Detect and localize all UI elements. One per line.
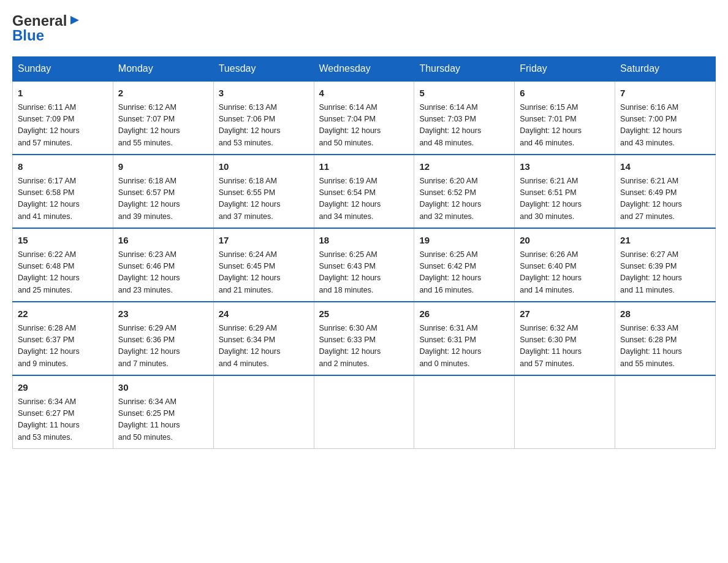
day-info: Sunrise: 6:11 AMSunset: 7:09 PMDaylight:… [18,102,108,150]
day-info: Sunrise: 6:34 AMSunset: 6:25 PMDaylight:… [118,396,208,444]
day-info: Sunrise: 6:18 AMSunset: 6:57 PMDaylight:… [118,175,208,223]
day-info: Sunrise: 6:15 AMSunset: 7:01 PMDaylight:… [520,102,610,150]
header-thursday: Thursday [414,57,515,82]
day-number: 15 [18,234,108,248]
calendar-cell: 20Sunrise: 6:26 AMSunset: 6:40 PMDayligh… [515,228,615,302]
day-number: 10 [219,160,309,174]
day-number: 26 [419,307,509,321]
calendar-cell [213,375,314,449]
day-number: 27 [520,307,610,321]
day-info: Sunrise: 6:13 AMSunset: 7:06 PMDaylight:… [219,102,309,150]
calendar-cell: 2Sunrise: 6:12 AMSunset: 7:07 PMDaylight… [113,81,213,155]
week-row-4: 22Sunrise: 6:28 AMSunset: 6:37 PMDayligh… [13,302,716,375]
calendar-cell: 23Sunrise: 6:29 AMSunset: 6:36 PMDayligh… [113,302,213,375]
calendar-cell: 21Sunrise: 6:27 AMSunset: 6:39 PMDayligh… [615,228,716,302]
calendar-cell: 4Sunrise: 6:14 AMSunset: 7:04 PMDaylight… [314,81,414,155]
calendar-cell: 8Sunrise: 6:17 AMSunset: 6:58 PMDaylight… [13,155,113,228]
logo: General Blue [12,12,82,44]
calendar-cell: 10Sunrise: 6:18 AMSunset: 6:55 PMDayligh… [213,155,314,228]
day-info: Sunrise: 6:34 AMSunset: 6:27 PMDaylight:… [18,396,108,444]
calendar-table: SundayMondayTuesdayWednesdayThursdayFrid… [12,56,716,449]
calendar-cell: 13Sunrise: 6:21 AMSunset: 6:51 PMDayligh… [515,155,615,228]
day-number: 23 [118,307,208,321]
logo-arrow-icon [68,13,82,27]
logo-blue-text: Blue [12,27,44,44]
svg-marker-0 [70,16,79,25]
calendar-cell: 11Sunrise: 6:19 AMSunset: 6:54 PMDayligh… [314,155,414,228]
day-number: 24 [219,307,309,321]
day-info: Sunrise: 6:24 AMSunset: 6:45 PMDaylight:… [219,249,309,297]
calendar-cell: 25Sunrise: 6:30 AMSunset: 6:33 PMDayligh… [314,302,414,375]
calendar-cell: 22Sunrise: 6:28 AMSunset: 6:37 PMDayligh… [13,302,113,375]
day-number: 12 [419,160,509,174]
calendar-cell [615,375,716,449]
header-saturday: Saturday [615,57,716,82]
day-number: 17 [219,234,309,248]
day-info: Sunrise: 6:26 AMSunset: 6:40 PMDaylight:… [520,249,610,297]
calendar-cell: 15Sunrise: 6:22 AMSunset: 6:48 PMDayligh… [13,228,113,302]
day-number: 4 [319,86,409,101]
day-number: 25 [319,307,409,321]
header-wednesday: Wednesday [314,57,414,82]
day-number: 19 [419,234,509,248]
calendar-cell: 14Sunrise: 6:21 AMSunset: 6:49 PMDayligh… [615,155,716,228]
day-number: 5 [419,86,509,101]
day-number: 18 [319,234,409,248]
day-number: 13 [520,160,610,174]
header-monday: Monday [113,57,213,82]
day-number: 28 [620,307,710,321]
day-info: Sunrise: 6:20 AMSunset: 6:52 PMDaylight:… [419,175,509,223]
day-info: Sunrise: 6:14 AMSunset: 7:03 PMDaylight:… [419,102,509,150]
calendar-cell: 12Sunrise: 6:20 AMSunset: 6:52 PMDayligh… [414,155,515,228]
day-info: Sunrise: 6:16 AMSunset: 7:00 PMDaylight:… [620,102,710,150]
calendar-header-row: SundayMondayTuesdayWednesdayThursdayFrid… [13,57,716,82]
week-row-1: 1Sunrise: 6:11 AMSunset: 7:09 PMDaylight… [13,81,716,155]
day-info: Sunrise: 6:14 AMSunset: 7:04 PMDaylight:… [319,102,409,150]
calendar-cell: 9Sunrise: 6:18 AMSunset: 6:57 PMDaylight… [113,155,213,228]
day-number: 20 [520,234,610,248]
day-info: Sunrise: 6:33 AMSunset: 6:28 PMDaylight:… [620,323,710,370]
calendar-cell: 30Sunrise: 6:34 AMSunset: 6:25 PMDayligh… [113,375,213,449]
day-info: Sunrise: 6:22 AMSunset: 6:48 PMDaylight:… [18,249,108,297]
header-sunday: Sunday [13,57,113,82]
calendar-cell: 27Sunrise: 6:32 AMSunset: 6:30 PMDayligh… [515,302,615,375]
day-number: 3 [219,86,309,101]
day-number: 7 [620,86,710,101]
day-info: Sunrise: 6:17 AMSunset: 6:58 PMDaylight:… [18,175,108,223]
calendar-cell: 5Sunrise: 6:14 AMSunset: 7:03 PMDaylight… [414,81,515,155]
day-info: Sunrise: 6:27 AMSunset: 6:39 PMDaylight:… [620,249,710,297]
calendar-cell: 6Sunrise: 6:15 AMSunset: 7:01 PMDaylight… [515,81,615,155]
day-number: 22 [18,307,108,321]
day-number: 30 [118,381,208,395]
calendar-cell: 26Sunrise: 6:31 AMSunset: 6:31 PMDayligh… [414,302,515,375]
calendar-cell: 16Sunrise: 6:23 AMSunset: 6:46 PMDayligh… [113,228,213,302]
calendar-cell: 3Sunrise: 6:13 AMSunset: 7:06 PMDaylight… [213,81,314,155]
calendar-cell [314,375,414,449]
calendar-cell: 18Sunrise: 6:25 AMSunset: 6:43 PMDayligh… [314,228,414,302]
day-number: 8 [18,160,108,174]
day-number: 29 [18,381,108,395]
day-info: Sunrise: 6:12 AMSunset: 7:07 PMDaylight:… [118,102,208,150]
calendar-cell: 17Sunrise: 6:24 AMSunset: 6:45 PMDayligh… [213,228,314,302]
day-info: Sunrise: 6:25 AMSunset: 6:43 PMDaylight:… [319,249,409,297]
day-info: Sunrise: 6:21 AMSunset: 6:51 PMDaylight:… [520,175,610,223]
week-row-3: 15Sunrise: 6:22 AMSunset: 6:48 PMDayligh… [13,228,716,302]
day-info: Sunrise: 6:18 AMSunset: 6:55 PMDaylight:… [219,175,309,223]
header-tuesday: Tuesday [213,57,314,82]
calendar-cell [515,375,615,449]
day-number: 6 [520,86,610,101]
day-info: Sunrise: 6:29 AMSunset: 6:36 PMDaylight:… [118,323,208,370]
day-number: 9 [118,160,208,174]
calendar-cell [414,375,515,449]
week-row-2: 8Sunrise: 6:17 AMSunset: 6:58 PMDaylight… [13,155,716,228]
day-number: 14 [620,160,710,174]
day-number: 1 [18,86,108,101]
day-number: 2 [118,86,208,101]
day-info: Sunrise: 6:29 AMSunset: 6:34 PMDaylight:… [219,323,309,370]
calendar-cell: 29Sunrise: 6:34 AMSunset: 6:27 PMDayligh… [13,375,113,449]
header-friday: Friday [515,57,615,82]
day-number: 11 [319,160,409,174]
day-number: 16 [118,234,208,248]
week-row-5: 29Sunrise: 6:34 AMSunset: 6:27 PMDayligh… [13,375,716,449]
calendar-cell: 7Sunrise: 6:16 AMSunset: 7:00 PMDaylight… [615,81,716,155]
